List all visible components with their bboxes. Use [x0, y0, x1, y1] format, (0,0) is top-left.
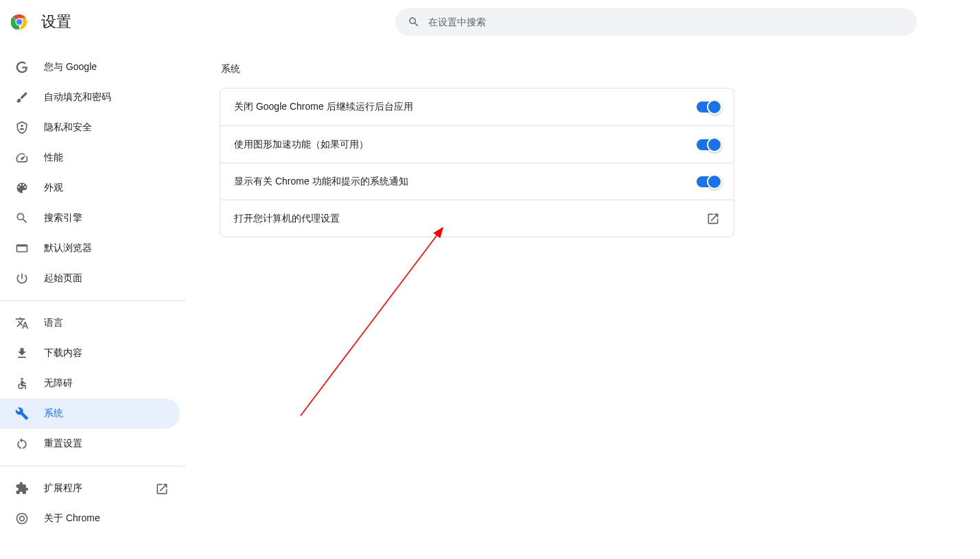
- sidebar-item-system[interactable]: 系统: [0, 399, 180, 429]
- svg-point-3: [21, 378, 23, 380]
- sidebar-item-label: 系统: [44, 407, 180, 420]
- chrome-outline-icon: [15, 512, 29, 525]
- sidebar-item-downloads[interactable]: 下载内容: [0, 338, 180, 368]
- sidebar-item-label: 性能: [44, 152, 180, 164]
- toggle-hw-accel[interactable]: [697, 139, 720, 150]
- setting-label: 使用图形加速功能（如果可用）: [234, 139, 369, 151]
- main-content: 系统 关闭 Google Chrome 后继续运行后台应用使用图形加速功能（如果…: [185, 44, 980, 559]
- sidebar-item-extensions[interactable]: 扩展程序: [0, 473, 180, 503]
- sidebar-item-search-engine[interactable]: 搜索引擎: [0, 203, 180, 233]
- sidebar-item-label: 起始页面: [44, 272, 180, 285]
- setting-row-background-apps: 关闭 Google Chrome 后继续运行后台应用: [220, 88, 734, 126]
- speed-icon: [15, 151, 29, 165]
- search-input[interactable]: [428, 16, 905, 27]
- settings-card: 关闭 Google Chrome 后继续运行后台应用使用图形加速功能（如果可用）…: [220, 88, 734, 237]
- translate-icon: [15, 316, 29, 330]
- sidebar-item-label: 外观: [44, 182, 180, 194]
- setting-label: 关闭 Google Chrome 后继续运行后台应用: [234, 101, 413, 113]
- setting-row-chrome-notifications: 显示有关 Chrome 功能和提示的系统通知: [220, 163, 734, 200]
- sidebar-item-default-browser[interactable]: 默认浏览器: [0, 233, 180, 263]
- key-icon: [15, 91, 29, 104]
- sidebar-item-performance[interactable]: 性能: [0, 143, 180, 173]
- shield-icon: [15, 121, 29, 134]
- sidebar-item-label: 自动填充和密码: [44, 91, 180, 104]
- toggle-chrome-notifications[interactable]: [697, 176, 720, 187]
- svg-point-2: [16, 19, 23, 25]
- reset-icon: [15, 437, 29, 451]
- toggle-background-apps[interactable]: [697, 102, 720, 112]
- search-icon: [15, 211, 29, 225]
- sidebar-item-label: 语言: [44, 317, 180, 329]
- page-title: 设置: [41, 12, 71, 32]
- sidebar-item-label: 重置设置: [44, 438, 180, 450]
- sidebar-item-languages[interactable]: 语言: [0, 308, 180, 338]
- nav-divider: [0, 300, 185, 301]
- accessibility-icon: [15, 377, 29, 390]
- setting-row-proxy[interactable]: 打开您计算机的代理设置: [220, 200, 734, 237]
- google-icon: [15, 60, 29, 74]
- search-box[interactable]: [395, 8, 917, 36]
- palette-icon: [15, 181, 29, 195]
- setting-row-hw-accel: 使用图形加速功能（如果可用）: [220, 126, 734, 163]
- setting-label: 打开您计算机的代理设置: [234, 213, 340, 225]
- power-icon: [15, 272, 29, 285]
- sidebar-item-label: 搜索引擎: [44, 212, 180, 224]
- section-title: 系统: [221, 63, 734, 75]
- extension-icon: [15, 481, 29, 495]
- sidebar-item-you-and-google[interactable]: 您与 Google: [0, 52, 180, 82]
- chrome-logo-icon: [11, 14, 27, 30]
- sidebar-item-accessibility[interactable]: 无障碍: [0, 368, 180, 399]
- header: 设置: [0, 0, 980, 44]
- sidebar-item-autofill[interactable]: 自动填充和密码: [0, 82, 180, 112]
- open-external-icon: [706, 212, 720, 226]
- sidebar-item-on-startup[interactable]: 起始页面: [0, 263, 180, 294]
- external-link-icon: [155, 482, 167, 495]
- sidebar-item-label: 隐私和安全: [44, 121, 180, 134]
- sidebar-item-label: 扩展程序: [44, 482, 140, 495]
- sidebar-item-label: 您与 Google: [44, 61, 180, 73]
- sidebar-item-privacy[interactable]: 隐私和安全: [0, 112, 180, 143]
- sidebar: 您与 Google自动填充和密码隐私和安全性能外观搜索引擎默认浏览器起始页面语言…: [0, 44, 185, 559]
- nav-divider: [0, 466, 185, 466]
- setting-label: 显示有关 Chrome 功能和提示的系统通知: [234, 176, 408, 188]
- browser-icon: [15, 241, 29, 255]
- sidebar-item-label: 默认浏览器: [44, 242, 180, 254]
- sidebar-item-label: 无障碍: [44, 377, 180, 390]
- sidebar-item-label: 关于 Chrome: [44, 512, 180, 525]
- search-icon: [408, 16, 420, 28]
- download-icon: [15, 346, 29, 360]
- sidebar-item-about[interactable]: 关于 Chrome: [0, 503, 180, 534]
- sidebar-item-appearance[interactable]: 外观: [0, 173, 180, 203]
- wrench-icon: [15, 407, 29, 420]
- sidebar-item-reset[interactable]: 重置设置: [0, 429, 180, 459]
- sidebar-item-label: 下载内容: [44, 347, 180, 359]
